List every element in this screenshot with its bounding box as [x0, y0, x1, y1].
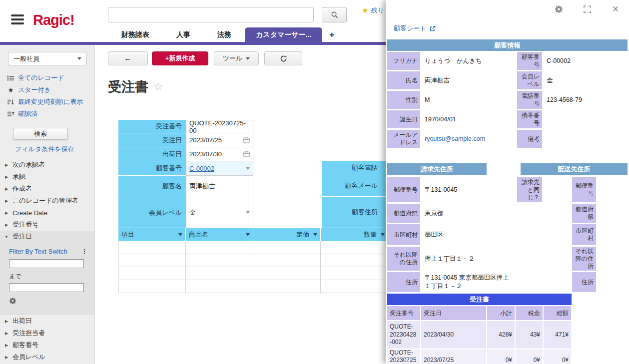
- date-filter-from-input[interactable]: [9, 259, 84, 268]
- filter-caret-icon[interactable]: [381, 233, 385, 236]
- order-row-cell[interactable]: 0¥: [544, 350, 571, 364]
- filter-group-creator[interactable]: ▶作成者: [0, 183, 95, 195]
- name-value[interactable]: 両津勘吉: [422, 71, 516, 89]
- order-row-cell[interactable]: QUOTE-20230428-002: [387, 321, 420, 349]
- customer-number-field[interactable]: C-00002: [186, 161, 253, 176]
- same-as-billing-value[interactable]: [544, 177, 571, 202]
- empty-cell[interactable]: [118, 280, 186, 293]
- order-row-cell[interactable]: 471¥: [544, 321, 571, 349]
- ship-date-field[interactable]: 2023/07/30: [186, 147, 253, 161]
- empty-cell[interactable]: [186, 280, 253, 293]
- sidebar-item-confirmed[interactable]: 確認済: [0, 108, 95, 120]
- column-header-quantity[interactable]: 数量: [321, 228, 386, 241]
- filter-group-order-date[interactable]: ▼受注日: [0, 231, 95, 243]
- order-row-cell[interactable]: 0¥: [487, 350, 515, 364]
- order-row-cell[interactable]: 2023/07/25: [421, 350, 486, 364]
- tab-financial-statements[interactable]: 財務諸表: [108, 27, 163, 42]
- order-row-cell[interactable]: 43¥: [516, 321, 543, 349]
- order-row-cell[interactable]: QUOTE-20230725-: [387, 350, 420, 364]
- shipping-address-rest-value[interactable]: [598, 247, 628, 271]
- customer-number-link[interactable]: C-00002: [189, 165, 214, 172]
- chevron-down-icon[interactable]: [246, 211, 250, 214]
- filter-group-approval[interactable]: ▶承認: [0, 171, 95, 183]
- sidebar-item-sort-by-modified[interactable]: 最終変更時刻順に表示: [0, 96, 95, 108]
- shipping-full-address-value[interactable]: [598, 272, 628, 292]
- role-selector[interactable]: 一般社員: [8, 52, 87, 65]
- empty-cell[interactable]: [253, 267, 321, 280]
- refresh-button[interactable]: [264, 51, 302, 65]
- hamburger-menu-button[interactable]: [11, 14, 26, 27]
- save-filter-link[interactable]: フィルタ条件を保存: [15, 145, 74, 154]
- sidebar-item-all-records[interactable]: 全てのレコード: [0, 72, 95, 84]
- filter-group-create-date[interactable]: ▶Create Date: [0, 207, 95, 219]
- member-level-field[interactable]: 金: [186, 197, 253, 228]
- customer-number-value[interactable]: C-00002: [544, 52, 629, 70]
- notes-value[interactable]: [544, 130, 629, 148]
- customer-name-field[interactable]: 両津勘吉: [186, 176, 253, 197]
- panel-settings-button[interactable]: [554, 4, 564, 14]
- tools-button[interactable]: ツール: [214, 51, 259, 65]
- email-link[interactable]: ryoutsu@sample.com: [422, 130, 516, 148]
- furigana-value[interactable]: りょうつ かんきち: [422, 52, 516, 70]
- billing-prefecture-value[interactable]: 東京都: [422, 204, 516, 223]
- empty-cell[interactable]: [321, 267, 386, 280]
- birthday-value[interactable]: 1970/04/01: [422, 110, 516, 128]
- global-search-input[interactable]: [108, 7, 314, 22]
- gear-icon[interactable]: [9, 297, 16, 306]
- filter-caret-icon[interactable]: [313, 233, 317, 236]
- filter-group-order-number[interactable]: ▶受注番号: [0, 219, 95, 231]
- order-row-cell[interactable]: 428¥: [487, 321, 515, 349]
- order-date-field[interactable]: 2023/07/25: [186, 133, 253, 147]
- shipping-prefecture-value[interactable]: [598, 204, 628, 223]
- ragic-logo[interactable]: Ragic!: [33, 12, 74, 28]
- sidebar-item-starred[interactable]: ★ スター付き: [0, 84, 95, 96]
- tab-customer-service[interactable]: カスタマーサー...: [245, 27, 322, 42]
- calendar-icon[interactable]: [243, 151, 250, 157]
- empty-cell[interactable]: [186, 241, 253, 254]
- filter-group-member-level[interactable]: ▶会員レベル: [0, 351, 95, 363]
- filter-group-order-staff[interactable]: ▶受注担当者: [0, 327, 95, 339]
- star-outline-icon[interactable]: ☆: [153, 80, 163, 93]
- panel-close-button[interactable]: ×: [611, 4, 621, 14]
- billing-full-address-value[interactable]: 〒131-0045 東京都墨田区押上１丁目１－２: [422, 272, 516, 292]
- filter-group-record-manager[interactable]: ▶このレコードの管理者: [0, 195, 95, 207]
- column-header-item[interactable]: 項目: [118, 228, 186, 241]
- empty-cell[interactable]: [186, 254, 253, 267]
- filter-group-customer-number[interactable]: ▶顧客番号: [0, 339, 95, 351]
- panel-expand-button[interactable]: [582, 4, 592, 14]
- order-row-cell[interactable]: 2023/04/30: [421, 321, 486, 349]
- date-filter-to-input[interactable]: [9, 283, 84, 292]
- shipping-city-value[interactable]: [598, 224, 628, 245]
- tab-legal[interactable]: 法務: [204, 27, 245, 42]
- back-button[interactable]: ←: [108, 51, 148, 65]
- empty-cell[interactable]: [118, 267, 186, 280]
- column-header-product-name[interactable]: 商品名: [186, 228, 253, 241]
- tab-hr[interactable]: 人事: [163, 27, 204, 42]
- empty-cell[interactable]: [186, 267, 253, 280]
- phone-value[interactable]: 123-4568-79: [544, 91, 629, 109]
- shipping-postal-code-value[interactable]: [598, 177, 628, 202]
- empty-cell[interactable]: [253, 280, 321, 293]
- gender-value[interactable]: M: [422, 91, 516, 109]
- add-tab-button[interactable]: +: [322, 27, 341, 42]
- billing-city-value[interactable]: 墨田区: [422, 224, 516, 245]
- empty-cell[interactable]: [253, 254, 321, 267]
- order-row-cell[interactable]: 0¥: [516, 350, 543, 364]
- empty-cell[interactable]: [321, 254, 386, 267]
- empty-cell[interactable]: [118, 254, 186, 267]
- filter-caret-icon[interactable]: [246, 233, 250, 236]
- member-level-value[interactable]: 金: [544, 71, 629, 89]
- sidebar-search-button[interactable]: 検索: [13, 128, 68, 140]
- column-header-list-price[interactable]: 定価: [253, 228, 321, 241]
- mobile-value[interactable]: [544, 110, 629, 128]
- filter-caret-icon[interactable]: [178, 233, 182, 236]
- empty-cell[interactable]: [253, 241, 321, 254]
- empty-cell[interactable]: [321, 280, 386, 293]
- empty-cell[interactable]: [118, 241, 186, 254]
- search-button[interactable]: [322, 7, 347, 22]
- customer-sheet-link[interactable]: 顧客シート: [394, 24, 436, 33]
- chevron-down-icon[interactable]: [246, 167, 250, 170]
- filter-by-text-switch-link[interactable]: Filter By Text Switch: [9, 248, 67, 255]
- calendar-icon[interactable]: [243, 137, 250, 143]
- quota-remaining-link[interactable]: 残り: [371, 6, 384, 15]
